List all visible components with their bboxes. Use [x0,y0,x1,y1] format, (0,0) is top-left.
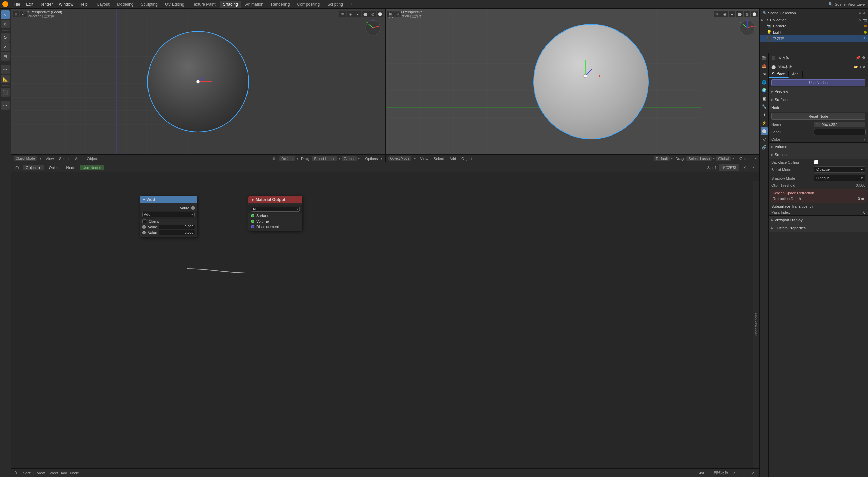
ne-check-icon[interactable]: ✓ [750,164,757,171]
prop-icon-output[interactable]: 📤 [761,62,768,70]
menu-help[interactable]: Help [77,1,91,7]
tab-shading[interactable]: Shading [220,1,241,8]
vp-view-btn-r[interactable]: View [419,157,430,161]
mat-new-icon[interactable]: + [859,65,861,69]
node-add-val1-socket[interactable] [142,225,146,229]
tab-texture-paint[interactable]: Texture Paint [189,1,219,8]
vp-cam-icon-2[interactable]: ↩ [394,11,401,17]
options-left[interactable]: Options [364,157,379,161]
node-add[interactable]: ▼ Add Value Add ▾ [140,196,197,237]
vp-select-btn-r[interactable]: Select [432,157,446,161]
node-add-clamp-checkbox[interactable] [142,219,146,223]
reset-node-button[interactable]: Reset Node [771,113,865,120]
vp-object-btn[interactable]: Object [86,157,99,161]
tab-modeling[interactable]: Modeling [114,1,137,8]
node-mat-surface-socket[interactable] [251,214,254,217]
orientation-label[interactable]: Default [279,156,295,161]
node-color-value[interactable]: ↓↑ [814,138,865,141]
view-layer-label[interactable]: View Layer [848,2,866,6]
toolbar-extra[interactable]: ⋯ [1,101,10,110]
drag-label-r[interactable]: Drag [674,157,685,161]
ne-use-nodes-btn[interactable]: Use Nodes [80,165,104,170]
drag-label[interactable]: Drag [300,157,311,161]
tab-compositing[interactable]: Compositing [294,1,323,8]
prop-icon-object[interactable]: ▣ [761,95,768,102]
vp-icon-1[interactable]: ⊞ [13,11,19,17]
outliner-item-collection[interactable]: ▶ 🗂 Collection 👁 📷 [760,17,868,23]
tab-surface[interactable]: Surface [769,71,789,78]
node-label-input[interactable] [814,129,866,135]
mat-settings-icon[interactable]: ⚙ [862,56,865,60]
annotate-tool[interactable]: ✏ [1,65,10,74]
vp-cam-wire[interactable]: ⬤ [736,11,743,17]
tab-scripting[interactable]: Scripting [324,1,347,8]
options-right[interactable]: Options [738,157,754,161]
vp-wire-icon[interactable]: ⬤ [362,11,369,17]
tab-sculpting[interactable]: Sculpting [138,1,161,8]
ne-bottom-object[interactable]: Object [20,471,31,475]
surface-section-header[interactable]: ▶ Surface [769,96,868,104]
menu-window[interactable]: Window [56,1,76,7]
viewport-left[interactable]: X Y Z User Perspective (Local) (4) Colle… [11,9,385,154]
tab-uv-editing[interactable]: UV Editing [162,1,188,8]
ne-bottom-select[interactable]: Select [47,471,58,475]
transform-tool[interactable]: ⊞ [1,52,10,61]
object-mode-pill[interactable]: Object Mode [14,156,37,161]
viewport-right[interactable]: Camera Perspective (4) Collection | 立方体 … [385,9,760,154]
vp-select-btn[interactable]: Select [58,157,71,161]
preview-section[interactable]: ▶ Preview [769,87,868,96]
node-add-val2-input[interactable]: 0.500 [159,230,195,235]
outliner-item-camera[interactable]: 📷 Camera [760,23,868,29]
backface-culling-checkbox[interactable] [814,160,818,164]
ne-close-icon[interactable]: ✕ [741,164,748,171]
vp-solid-icon[interactable]: ● [354,11,361,17]
vp-cam-solid[interactable]: ● [729,11,735,17]
object-mode-pill-right[interactable]: Object Mode [388,156,412,161]
outliner-item-light[interactable]: 💡 Light [760,29,868,35]
node-canvas[interactable]: ▼ Add Value Add ▾ [11,172,760,468]
prop-icon-material[interactable]: ⬤ [761,127,768,135]
global-label-right[interactable]: Global [716,156,731,161]
vp-add-btn[interactable]: Add [74,157,83,161]
tab-add[interactable]: + [347,1,356,8]
cursor-tool[interactable]: ↖ [1,10,10,19]
vp-view-icon[interactable]: 👁 [339,11,346,17]
prop-icon-constraint[interactable]: 🔗 [761,144,768,151]
prop-icon-world[interactable]: 🌍 [761,87,768,94]
select-lasso-left[interactable]: Select Lasso [312,156,337,161]
orientation-label-r[interactable]: Default [654,156,670,161]
shadow-mode-dropdown[interactable]: Opaque ▾ [814,175,865,181]
ne-bottom-view[interactable]: View [37,471,45,475]
global-label-left[interactable]: Global [342,156,357,161]
node-mat-displacement-socket[interactable] [251,225,254,228]
menu-edit[interactable]: Edit [23,1,36,7]
outliner-item-cube[interactable]: ⬛ 立方体 👁 [760,35,868,42]
scale-tool[interactable]: ⤢ [1,42,10,51]
prop-icon-scene[interactable]: 🌐 [761,79,768,86]
use-nodes-button[interactable]: Use Nodes [771,79,865,86]
rotate-tool[interactable]: ↻ [1,33,10,42]
ne-bottom-icon-2[interactable]: ⬡ [741,470,747,476]
ne-node-btn[interactable]: Node [64,165,77,170]
add-cube-tool[interactable]: ⬛ [1,88,10,97]
node-add-type-dropdown[interactable]: Add ▾ [142,212,195,217]
blend-mode-dropdown[interactable]: Opaque ▾ [814,166,865,173]
vp-object-btn-r[interactable]: Object [460,157,474,161]
custom-properties-section[interactable]: ▶ Custom Properties [769,224,868,232]
tab-rendering[interactable]: Rendering [268,1,293,8]
ne-bottom-icon-3[interactable]: ✕ [750,470,757,476]
tab-animation[interactable]: Animation [242,1,267,8]
tab-layout[interactable]: Layout [94,1,113,8]
ne-bottom-add[interactable]: Add [61,471,67,475]
ne-bottom-icon-1[interactable]: ✓ [731,470,738,476]
ne-object-label[interactable]: Object ▼ [23,165,44,170]
node-section-header[interactable]: Node [769,104,868,112]
move-tool[interactable]: ✥ [1,20,10,28]
vp-rendered-icon[interactable]: ⚪ [377,11,383,17]
ne-object-btn[interactable]: Object [47,165,62,170]
prop-icon-particles[interactable]: ✦ [761,111,768,119]
prop-icon-view[interactable]: 👁 [761,70,768,78]
prop-icon-modifier[interactable]: 🔧 [761,103,768,110]
scene-label[interactable]: Scene [835,2,846,6]
measure-tool[interactable]: 📐 [1,75,10,83]
